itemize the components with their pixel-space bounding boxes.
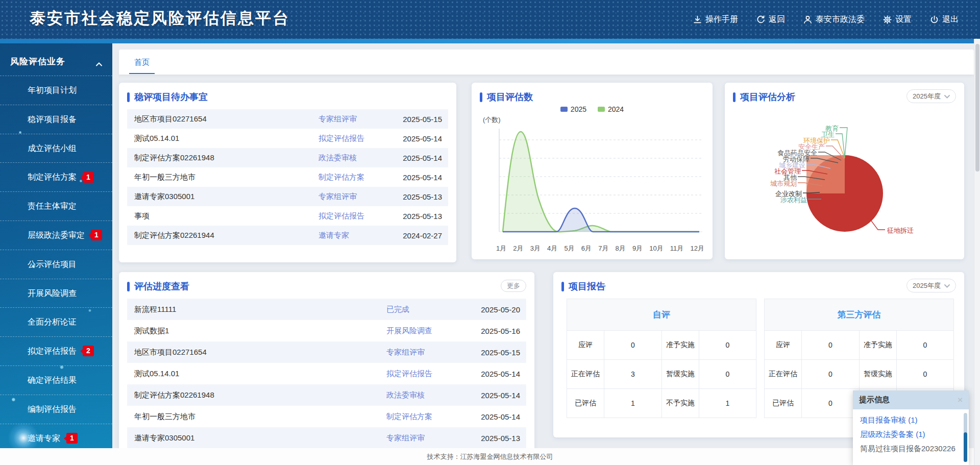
stat-label: 已评估 bbox=[765, 389, 802, 418]
table-row: 制定评估方案02261948政法委审核2025-05-14 bbox=[127, 384, 526, 406]
row-date: 2025-05-13 bbox=[395, 192, 442, 201]
sidebar-group-risk-assessment[interactable]: 风险评估业务 bbox=[0, 43, 112, 76]
current-user[interactable]: 泰安市政法委 bbox=[803, 14, 865, 25]
x-tick: 12月 bbox=[690, 244, 704, 253]
card-title-text: 评估进度查看 bbox=[134, 280, 189, 292]
footer-text: 技术支持：江苏海盟金网信息技术有限公司 bbox=[427, 452, 553, 461]
table-row: 年初一般三方地市制定评估方案2025-05-14 bbox=[127, 167, 448, 187]
sidebar-item-label: 全面分析论证 bbox=[28, 317, 77, 326]
sidebar-item-invite-experts[interactable]: 邀请专家1 bbox=[0, 424, 112, 448]
return-icon bbox=[756, 15, 765, 24]
card-title-text: 项目报告 bbox=[569, 280, 605, 292]
card-title: 评估进度查看 bbox=[127, 280, 189, 292]
project-name: 邀请专家0305001 bbox=[134, 192, 318, 202]
back-label: 返回 bbox=[769, 14, 785, 25]
legend-2025[interactable]: 2025 bbox=[560, 105, 586, 113]
stat-value: 0 bbox=[802, 389, 860, 418]
toast-link[interactable]: 层级政法委备案 (1) bbox=[860, 427, 962, 442]
toast-scroll-thumb[interactable] bbox=[964, 432, 967, 462]
sidebar-item-label: 确定评估结果 bbox=[28, 376, 77, 384]
status-link[interactable]: 拟定评估报告 bbox=[386, 369, 473, 379]
project-name: 制定评估方案02261948 bbox=[134, 153, 318, 163]
x-tick: 6月 bbox=[581, 244, 592, 253]
sidebar-item-confirm-result[interactable]: 确定评估结果 bbox=[0, 365, 112, 395]
toast-link[interactable]: 项目报备审核 (1) bbox=[860, 413, 962, 427]
sidebar-item-compile-report[interactable]: 编制评估报告 bbox=[0, 395, 112, 424]
status-link[interactable]: 政法委审核 bbox=[386, 390, 473, 400]
sidebar-item-committee-review[interactable]: 层级政法委审定1 bbox=[0, 221, 112, 250]
logout-button[interactable]: 退出 bbox=[930, 14, 959, 25]
chart-legend: 2025 2024 bbox=[472, 105, 713, 113]
stat-value: 0 bbox=[897, 360, 954, 389]
action-link[interactable]: 拟定评估报告 bbox=[318, 211, 395, 221]
count-badge: 2 bbox=[83, 346, 94, 356]
sidebar-item-analysis[interactable]: 全面分析论证 bbox=[0, 307, 112, 336]
status-link[interactable]: 制定评估方案 bbox=[386, 412, 473, 422]
year-filter-value: 2025年度 bbox=[913, 281, 941, 290]
title-accent-bar bbox=[127, 92, 130, 102]
card-title: 项目报告 bbox=[561, 280, 605, 292]
close-icon[interactable]: × bbox=[958, 395, 963, 405]
table-row: 新流程11111已完成2025-05-20 bbox=[127, 299, 526, 320]
sidebar-item-setup-team[interactable]: 成立评估小组 bbox=[0, 134, 112, 163]
action-link[interactable]: 制定评估方案 bbox=[318, 173, 395, 182]
year-filter-select[interactable]: 2025年度 bbox=[906, 279, 956, 292]
pie-highlight-overlay bbox=[806, 155, 845, 193]
page-scrollbar[interactable] bbox=[974, 39, 980, 465]
more-button[interactable]: 更多 bbox=[501, 280, 526, 292]
sidebar-item-label: 年初项目计划 bbox=[28, 86, 77, 94]
sidebar-item-responsible-review[interactable]: 责任主体审定 bbox=[0, 191, 112, 221]
sidebar-item-draft-report[interactable]: 拟定评估报告2 bbox=[0, 336, 112, 365]
back-button[interactable]: 返回 bbox=[756, 14, 785, 25]
row-date: 2025-05-14 bbox=[395, 154, 442, 162]
tab-home[interactable]: 首页 bbox=[129, 50, 155, 74]
sidebar-item-make-plan[interactable]: 制定评估方案1 bbox=[0, 162, 112, 191]
manual-button[interactable]: 操作手册 bbox=[693, 14, 738, 25]
line-chart bbox=[480, 124, 704, 243]
action-link[interactable]: 专家组评审 bbox=[318, 192, 395, 202]
chevron-down-icon bbox=[944, 282, 950, 289]
download-icon bbox=[693, 15, 702, 24]
stat-label: 正在评估 bbox=[567, 360, 604, 389]
action-link[interactable]: 政法委审核 bbox=[318, 153, 395, 163]
app-title: 泰安市社会稳定风险评估信息平台 bbox=[30, 8, 290, 29]
legend-label: 2025 bbox=[571, 105, 586, 113]
stat-label: 不予实施 bbox=[662, 389, 699, 418]
settings-button[interactable]: 设置 bbox=[883, 14, 912, 25]
sidebar-item-publicize-project[interactable]: 公示评估项目 bbox=[0, 250, 112, 279]
card-title-text: 稳评项目待办事宜 bbox=[134, 91, 208, 103]
status-link[interactable]: 专家组评审 bbox=[386, 348, 473, 357]
status-link[interactable]: 专家组评审 bbox=[386, 433, 473, 443]
stat-label: 暂缓实施 bbox=[662, 360, 699, 389]
x-tick: 9月 bbox=[632, 244, 643, 253]
project-name: 新流程11111 bbox=[134, 305, 386, 314]
manual-label: 操作手册 bbox=[705, 14, 738, 25]
table-row: 测试05.14.01拟定评估报告2025-05-14 bbox=[127, 129, 448, 148]
action-link[interactable]: 邀请专家 bbox=[318, 231, 395, 240]
table-row: 测试数据1开展风险调查2025-05-16 bbox=[127, 320, 526, 341]
legend-2024[interactable]: 2024 bbox=[598, 105, 624, 113]
action-link[interactable]: 专家组评审 bbox=[318, 114, 395, 124]
page-scroll-thumb[interactable] bbox=[975, 44, 979, 172]
sidebar-item-label: 稳评项目报备 bbox=[28, 115, 77, 124]
logout-label: 退出 bbox=[942, 14, 959, 25]
stat-label: 准予实施 bbox=[662, 331, 699, 360]
sidebar-item-label: 层级政法委审定 bbox=[28, 231, 85, 239]
header-accent-strip bbox=[0, 39, 980, 43]
evaluation-analysis-card: 项目评估分析 2025年度 bbox=[725, 83, 964, 259]
sidebar-item-annual-plan[interactable]: 年初项目计划 bbox=[0, 76, 112, 105]
x-tick: 7月 bbox=[598, 244, 608, 253]
user-icon bbox=[803, 15, 812, 24]
x-tick: 1月 bbox=[496, 244, 506, 253]
sidebar-item-project-filing[interactable]: 稳评项目报备 bbox=[0, 105, 112, 134]
status-link[interactable]: 开展风险调查 bbox=[386, 326, 473, 336]
status-link[interactable]: 已完成 bbox=[386, 305, 473, 314]
action-link[interactable]: 拟定评估报告 bbox=[318, 134, 395, 143]
toast-scrollbar[interactable] bbox=[964, 413, 967, 462]
sidebar-item-risk-survey[interactable]: 开展风险调查 bbox=[0, 279, 112, 308]
table-header: 第三方评估 bbox=[765, 299, 954, 331]
stat-value: 0 bbox=[699, 360, 756, 389]
row-date: 2025-05-13 bbox=[473, 434, 520, 443]
tab-bar: 首页 bbox=[119, 50, 974, 75]
stat-value: 0 bbox=[802, 360, 860, 389]
